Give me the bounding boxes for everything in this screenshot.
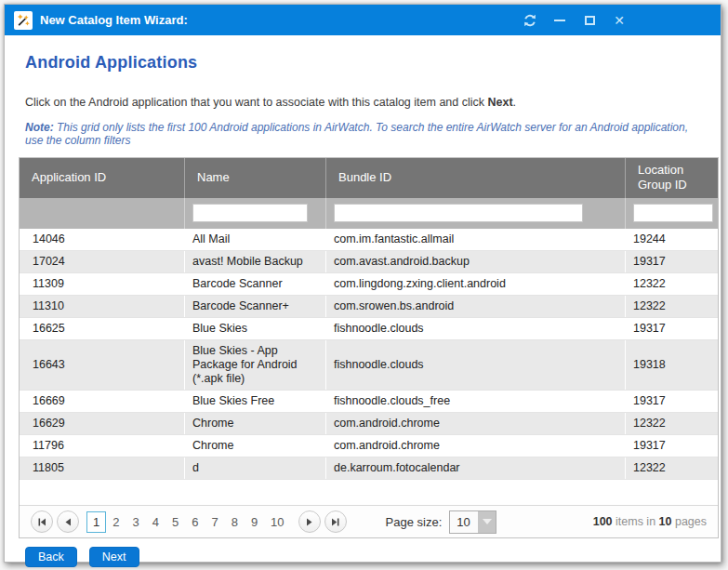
close-icon[interactable]: ✕ <box>611 12 628 29</box>
table-row[interactable]: 11805dde.karroum.fotocalendar12322 <box>20 457 718 480</box>
name-filter-cell <box>185 198 326 229</box>
cell-location-group-id: 12322 <box>626 296 718 317</box>
table-row[interactable]: 17024avast! Mobile Backupcom.avast.andro… <box>20 251 718 273</box>
title-bar[interactable]: New Catalog Item Wizard: ✕ <box>5 5 721 35</box>
table-row[interactable]: 11309Barcode Scannercom.lingdong.zxing.c… <box>20 273 718 296</box>
cell-name: avast! Mobile Backup <box>185 251 326 272</box>
cell-name: Chrome <box>185 413 326 434</box>
grid-body: 14046All Mailcom.im.fantastic.allmail192… <box>20 229 718 480</box>
maximize-icon[interactable] <box>581 12 598 29</box>
cell-app-id: 16643 <box>20 340 185 390</box>
table-row[interactable]: 14046All Mailcom.im.fantastic.allmail192… <box>20 229 718 251</box>
cell-app-id: 16625 <box>20 318 185 339</box>
grid-empty-space <box>20 480 718 506</box>
cell-app-id: 16629 <box>20 413 185 434</box>
cell-app-id: 11796 <box>20 435 185 457</box>
items-count-status: 100 items in 10 pages <box>593 515 707 528</box>
cell-location-group-id: 19318 <box>626 340 718 390</box>
note-text: Note: This grid only lists the first 100… <box>25 121 707 147</box>
page-size-value: 10 <box>450 511 478 533</box>
page-number-3[interactable]: 3 <box>126 511 145 533</box>
wizard-footer: Back Next <box>25 547 707 567</box>
pager-pages: 12345678910 <box>86 511 291 533</box>
cell-app-id: 14046 <box>20 229 185 250</box>
table-row[interactable]: 11310Barcode Scanner+com.srowen.bs.andro… <box>20 296 718 318</box>
cell-bundle-id: com.srowen.bs.android <box>326 296 626 317</box>
bundle-id-filter-cell <box>326 198 626 229</box>
location-group-id-filter-input[interactable] <box>633 204 713 222</box>
column-header-location-group-id[interactable]: Location Group ID <box>626 158 718 198</box>
wizard-app-icon <box>14 11 33 30</box>
cell-bundle-id: fishnoodle.clouds <box>326 318 626 339</box>
back-button[interactable]: Back <box>25 547 77 567</box>
last-page-button[interactable] <box>324 510 347 533</box>
page-number-7[interactable]: 7 <box>205 511 224 533</box>
page-number-5[interactable]: 5 <box>165 511 185 533</box>
refresh-icon[interactable] <box>522 12 538 29</box>
next-page-button[interactable] <box>298 510 321 533</box>
page-size-dropdown-button[interactable] <box>478 511 496 533</box>
cell-location-group-id: 12322 <box>626 273 718 295</box>
cell-name: Barcode Scanner+ <box>185 296 326 317</box>
page-size-label: Page size: <box>386 515 443 529</box>
table-row[interactable]: 16669Blue Skies Freefishnoodle.clouds_fr… <box>20 391 718 413</box>
table-row[interactable]: 16629Chromecom.android.chrome12322 <box>20 413 718 435</box>
page-number-9[interactable]: 9 <box>245 511 264 533</box>
grid-filter-row <box>20 198 718 229</box>
cell-name: Chrome <box>185 435 326 457</box>
page-number-1[interactable]: 1 <box>86 511 106 533</box>
items-in-text: items in <box>613 515 659 528</box>
cell-app-id: 11805 <box>20 457 185 479</box>
window-title: New Catalog Item Wizard: <box>40 13 188 27</box>
table-row[interactable]: 16625Blue Skiesfishnoodle.clouds19317 <box>20 318 718 340</box>
applications-grid: Application ID Name Bundle ID Location G… <box>19 157 719 538</box>
cell-bundle-id: com.im.fantastic.allmail <box>326 229 626 250</box>
first-page-button[interactable] <box>31 510 53 533</box>
page-number-2[interactable]: 2 <box>106 511 126 533</box>
next-button[interactable]: Next <box>89 547 139 567</box>
page-number-6[interactable]: 6 <box>185 511 205 533</box>
bundle-id-filter-input[interactable] <box>334 204 583 222</box>
instruction-next-word: Next <box>488 96 513 109</box>
cell-name: Blue Skies - App Package for Android (*.… <box>185 340 326 390</box>
column-header-name[interactable]: Name <box>185 158 326 198</box>
cell-name: All Mail <box>185 229 326 250</box>
table-row[interactable]: 11796Chromecom.android.chrome19317 <box>20 435 718 457</box>
cell-location-group-id: 12322 <box>626 457 718 479</box>
items-count: 100 <box>593 515 613 528</box>
pages-text: pages <box>671 515 707 528</box>
page-number-4[interactable]: 4 <box>146 511 165 533</box>
grid-header-row: Application ID Name Bundle ID Location G… <box>20 158 718 198</box>
cell-location-group-id: 19317 <box>626 435 718 457</box>
wizard-window: New Catalog Item Wizard: ✕ Android Appli… <box>4 4 721 563</box>
page-number-8[interactable]: 8 <box>225 511 245 533</box>
cell-location-group-id: 19244 <box>626 229 718 250</box>
cell-bundle-id: com.avast.android.backup <box>326 251 626 272</box>
cell-bundle-id: fishnoodle.clouds_free <box>326 391 626 412</box>
wizard-body: Android Applications Click on the Androi… <box>5 35 721 567</box>
note-body: This grid only lists the first 100 Andro… <box>25 121 688 147</box>
cell-location-group-id: 19317 <box>626 391 718 412</box>
page-number-10[interactable]: 10 <box>264 511 290 533</box>
cell-bundle-id: com.lingdong.zxing.client.android <box>326 273 626 295</box>
page-size-dropdown[interactable]: 10 <box>449 510 496 534</box>
cell-bundle-id: com.android.chrome <box>326 435 626 457</box>
pages-count: 10 <box>659 515 672 528</box>
cell-bundle-id: de.karroum.fotocalendar <box>326 457 626 479</box>
cell-name: Barcode Scanner <box>185 273 326 295</box>
column-header-application-id[interactable]: Application ID <box>20 158 185 198</box>
cell-location-group-id: 19317 <box>626 251 718 272</box>
name-filter-input[interactable] <box>192 204 308 222</box>
page-size-group: Page size: 10 <box>386 510 497 534</box>
previous-page-button[interactable] <box>57 510 79 533</box>
cell-location-group-id: 19317 <box>626 318 718 339</box>
minimize-icon[interactable] <box>551 12 568 29</box>
window-controls: ✕ <box>522 12 711 29</box>
application-id-filter-cell <box>20 198 185 229</box>
instruction-suffix: . <box>513 96 516 109</box>
column-header-bundle-id[interactable]: Bundle ID <box>326 158 626 198</box>
location-group-id-filter-cell <box>626 198 721 229</box>
page-title: Android Applications <box>25 53 707 73</box>
cell-app-id: 16669 <box>20 391 185 412</box>
table-row[interactable]: 16643Blue Skies - App Package for Androi… <box>20 340 718 391</box>
